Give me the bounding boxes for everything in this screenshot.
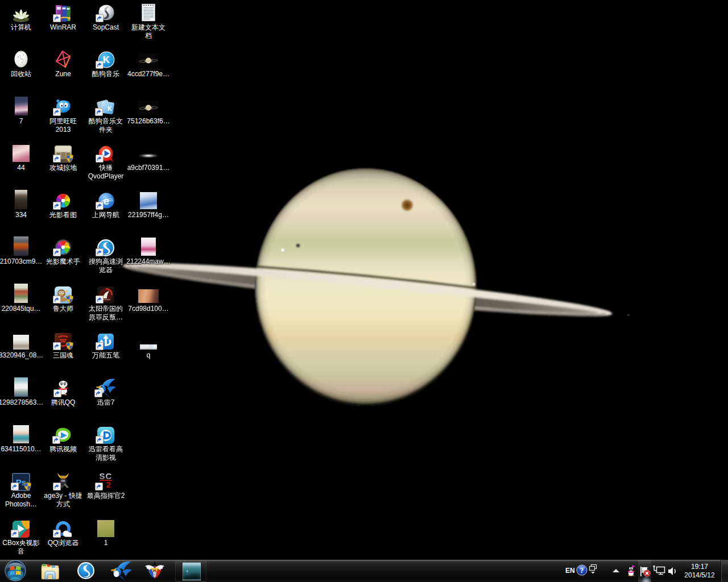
svg-text:e: e xyxy=(104,195,110,207)
svg-text:K: K xyxy=(103,55,110,65)
svg-text:2: 2 xyxy=(106,480,111,489)
svg-text:K: K xyxy=(107,105,112,112)
